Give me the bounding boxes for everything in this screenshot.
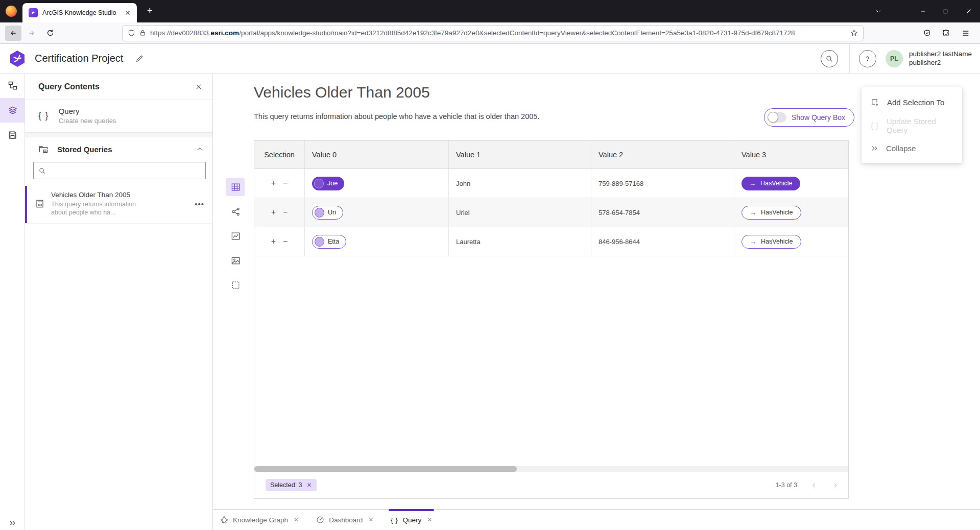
remove-from-selection-button[interactable]: − [283, 237, 288, 246]
toggle-switch[interactable] [768, 112, 786, 123]
selected-count-badge: Selected: 3 ✕ [266, 479, 317, 491]
tab-close-icon[interactable]: ✕ [294, 516, 299, 523]
project-title: Certification Project [35, 53, 123, 64]
window-minimize-button[interactable] [911, 0, 934, 22]
relationship-pill[interactable]: →HasVehicle [742, 177, 800, 190]
account-shield-icon[interactable] [919, 26, 935, 41]
menu-item-label: Add Selection To [887, 98, 944, 107]
cell-value2[interactable]: 846-956-8644 [591, 227, 734, 256]
relationship-pill[interactable]: →HasVehicle [742, 206, 801, 220]
menu-item-collapse[interactable]: Collapse [862, 137, 962, 160]
tab-close-icon[interactable]: ✕ [427, 516, 432, 523]
query-item[interactable]: { } Query Create new queries [25, 100, 212, 133]
menu-item-update-stored-query[interactable]: { } Update Stored Query [862, 114, 962, 137]
relationship-pill[interactable]: →HasVehicle [742, 235, 801, 249]
stored-queries-header[interactable]: Stored Queries [25, 137, 212, 161]
tab-query[interactable]: { } Query ✕ [391, 510, 432, 530]
tracking-protection-shield-icon[interactable] [128, 29, 135, 37]
user-avatar[interactable]: PL [886, 50, 903, 67]
browser-tab[interactable]: ArcGIS Knowledge Studio ✕ [22, 3, 137, 22]
menu-item-label: Collapse [886, 144, 916, 153]
link-chart-view-icon[interactable] [226, 202, 245, 221]
knowledge-studio-logo-icon [8, 50, 27, 68]
map-view-icon[interactable] [226, 251, 245, 270]
user-block[interactable]: publisher2 lastName publisher2 [909, 50, 972, 67]
menu-hamburger-icon[interactable] [958, 26, 974, 41]
entity-pill[interactable]: Uri [312, 206, 343, 220]
edit-title-icon[interactable] [135, 54, 144, 63]
firefox-logo-icon[interactable] [6, 6, 17, 17]
tab-label: Dashboard [329, 516, 363, 524]
double-chevron-right-icon [871, 144, 878, 152]
tab-label: Query [403, 516, 422, 524]
selection-tool-icon[interactable] [226, 276, 245, 294]
relationship-arrow-icon: → [749, 180, 756, 187]
back-button[interactable] [5, 26, 21, 41]
cell-value1[interactable]: Uriel [449, 198, 591, 227]
layers-icon[interactable] [0, 98, 25, 123]
window-controls [867, 0, 980, 22]
column-header-value2[interactable]: Value 2 [591, 141, 734, 168]
column-header-selection[interactable]: Selection [254, 141, 305, 168]
column-header-value3[interactable]: Value 3 [734, 141, 848, 168]
app-header: Certification Project PL publisher2 last… [0, 44, 980, 74]
data-model-icon[interactable] [0, 74, 25, 98]
reload-button[interactable] [42, 26, 58, 41]
cell-value1[interactable]: John [449, 169, 591, 198]
entity-pill[interactable]: Etta [312, 235, 346, 249]
new-tab-button[interactable]: + [147, 6, 153, 15]
url-bar[interactable]: https://dev0028833.esri.com/portal/apps/… [122, 25, 864, 41]
forward-button[interactable] [23, 26, 40, 41]
query-contents-panel: Query Contents { } Query Create new quer… [25, 74, 213, 530]
table-view-icon[interactable] [226, 178, 245, 196]
search-icon[interactable] [821, 50, 838, 67]
braces-icon: { } [38, 110, 50, 121]
table-row: + − Joe John 759-889-57168 →HasVehicle [254, 169, 848, 198]
remove-from-selection-button[interactable]: − [283, 208, 288, 216]
chevron-up-icon[interactable] [196, 146, 203, 153]
folder-icon [38, 144, 49, 154]
app-body: Query Contents { } Query Create new quer… [0, 74, 980, 530]
window-close-button[interactable] [957, 0, 980, 22]
extensions-puzzle-icon[interactable] [938, 26, 954, 41]
cell-value2[interactable]: 578-654-7854 [591, 198, 734, 227]
stored-queries-search[interactable] [33, 162, 206, 179]
pagination-prev-icon[interactable] [810, 481, 818, 489]
tab-title: ArcGIS Knowledge Studio [42, 9, 119, 16]
tab-dashboard[interactable]: Dashboard ✕ [316, 510, 373, 530]
page-description: This query returns information about peo… [254, 112, 539, 121]
bookmark-star-icon[interactable] [850, 29, 858, 37]
tab-close-icon[interactable]: ✕ [368, 516, 373, 523]
remove-from-selection-button[interactable]: − [283, 179, 288, 187]
screen: ArcGIS Knowledge Studio ✕ + [0, 0, 980, 530]
expand-rail-icon[interactable] [0, 519, 25, 527]
list-tabs-icon[interactable] [867, 0, 890, 22]
cell-value1[interactable]: Lauretta [449, 227, 591, 256]
cell-value2[interactable]: 759-889-57168 [591, 169, 734, 198]
tab-close-icon[interactable]: ✕ [124, 8, 132, 17]
selected-count-label: Selected: 3 [270, 481, 302, 489]
add-to-selection-button[interactable]: + [271, 208, 276, 216]
stored-query-item[interactable]: Vehicles Older Than 2005 This query retu… [25, 186, 212, 224]
pagination-next-icon[interactable] [831, 481, 839, 489]
column-header-value1[interactable]: Value 1 [449, 141, 591, 168]
entity-pill[interactable]: Joe [312, 177, 344, 190]
save-icon[interactable] [0, 123, 25, 147]
window-maximize-button[interactable] [934, 0, 957, 22]
overflow-menu-icon[interactable]: ••• [193, 198, 206, 210]
help-icon[interactable] [859, 50, 876, 67]
clear-selection-icon[interactable]: ✕ [307, 482, 312, 488]
table-row: + − Uri Uriel 578-654-7854 →HasVehicle [254, 198, 848, 227]
column-header-value0[interactable]: Value 0 [305, 141, 449, 168]
add-to-selection-button[interactable]: + [271, 237, 276, 246]
menu-item-add-selection-to[interactable]: Add Selection To [862, 91, 962, 114]
add-to-selection-button[interactable]: + [271, 179, 276, 187]
search-input[interactable] [50, 167, 201, 175]
chart-view-icon[interactable] [226, 227, 245, 245]
lock-icon[interactable] [139, 30, 146, 36]
panel-close-icon[interactable] [195, 83, 202, 90]
tab-knowledge-graph[interactable]: Knowledge Graph ✕ [220, 510, 299, 530]
scrollbar-thumb[interactable] [254, 466, 517, 472]
horizontal-scrollbar[interactable] [254, 466, 848, 472]
show-query-box-toggle[interactable]: Show Query Box [764, 108, 854, 127]
